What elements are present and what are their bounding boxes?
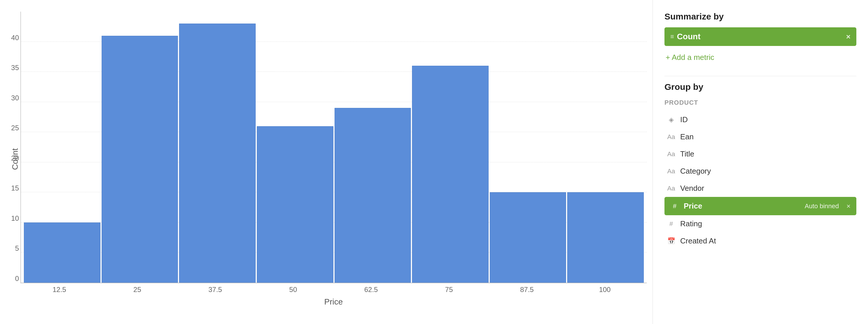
field-icon-id: ◈ bbox=[667, 116, 676, 123]
count-label: Count bbox=[677, 32, 701, 41]
x-label-12.5: 12.5 bbox=[20, 286, 98, 294]
auto-binned-badge: Auto binned bbox=[805, 203, 839, 210]
field-name-id: ID bbox=[680, 115, 854, 124]
field-row-id[interactable]: ◈ID bbox=[664, 111, 856, 128]
field-name-category: Category bbox=[680, 167, 854, 176]
price-field-close-button[interactable]: × bbox=[846, 202, 850, 210]
sidebar: Summarize by ≡ Count × + Add a metric Gr… bbox=[653, 0, 868, 324]
x-label-75: 75 bbox=[410, 286, 488, 294]
y-tick-25: 25 bbox=[5, 124, 19, 132]
bars-wrapper bbox=[21, 12, 647, 283]
grid-and-bars: 0510152025303540 bbox=[20, 12, 647, 283]
chart-inner: 0510152025303540 bbox=[20, 12, 647, 283]
chip-left: ≡ Count bbox=[670, 32, 701, 41]
field-name-rating: Rating bbox=[680, 219, 854, 228]
field-icon-vendor: Aa bbox=[667, 185, 676, 192]
field-icon-ean: Aa bbox=[667, 133, 676, 141]
field-row-category[interactable]: AaCategory bbox=[664, 163, 856, 180]
field-row-price[interactable]: #PriceAuto binned× bbox=[664, 197, 856, 215]
field-icon-rating: # bbox=[667, 220, 676, 228]
field-name-created_at: Created At bbox=[680, 237, 854, 246]
y-tick-20: 20 bbox=[5, 154, 19, 162]
bar-87.5 bbox=[490, 192, 566, 283]
field-name-ean: Ean bbox=[680, 132, 854, 141]
bar-75 bbox=[412, 66, 489, 283]
field-name-vendor: Vendor bbox=[680, 184, 854, 193]
group-by-title: Group by bbox=[664, 82, 856, 92]
bar-12.5 bbox=[24, 222, 100, 283]
field-icon-category: Aa bbox=[667, 168, 676, 175]
field-row-rating[interactable]: #Rating bbox=[664, 215, 856, 232]
summarize-by-title: Summarize by bbox=[664, 12, 856, 22]
count-icon: ≡ bbox=[670, 33, 674, 40]
x-axis-labels: 12.52537.55062.57587.5100 bbox=[20, 283, 647, 294]
x-label-62.5: 62.5 bbox=[332, 286, 410, 294]
x-axis-label: Price bbox=[20, 297, 647, 307]
bar-25 bbox=[102, 36, 178, 283]
x-label-37.5: 37.5 bbox=[176, 286, 254, 294]
chart-area: Count 0510152025303540 12.52537.55062.57… bbox=[0, 0, 653, 324]
y-tick-5: 5 bbox=[5, 244, 19, 252]
count-chip[interactable]: ≡ Count × bbox=[664, 27, 856, 46]
field-icon-title: Aa bbox=[667, 150, 676, 158]
x-label-50: 50 bbox=[254, 286, 332, 294]
group-by-section: Group by PRODUCT ◈IDAaEanAaTitleAaCatego… bbox=[664, 82, 856, 250]
field-icon-created_at: 📅 bbox=[667, 237, 676, 245]
field-name-price: Price bbox=[684, 202, 800, 211]
x-label-25: 25 bbox=[98, 286, 177, 294]
count-close-button[interactable]: × bbox=[846, 32, 850, 41]
bar-50 bbox=[257, 126, 333, 283]
field-row-ean[interactable]: AaEan bbox=[664, 128, 856, 145]
y-tick-30: 30 bbox=[5, 94, 19, 102]
field-name-title: Title bbox=[680, 149, 854, 158]
y-tick-35: 35 bbox=[5, 64, 19, 72]
bar-37.5 bbox=[179, 24, 256, 283]
field-icon-price: # bbox=[670, 203, 679, 210]
field-row-vendor[interactable]: AaVendor bbox=[664, 180, 856, 197]
x-label-87.5: 87.5 bbox=[488, 286, 566, 294]
y-tick-15: 15 bbox=[5, 184, 19, 192]
product-category-label: PRODUCT bbox=[664, 99, 856, 106]
field-row-created_at[interactable]: 📅Created At bbox=[664, 232, 856, 250]
y-tick-40: 40 bbox=[5, 34, 19, 42]
y-tick-10: 10 bbox=[5, 214, 19, 222]
y-tick-0: 0 bbox=[5, 275, 19, 283]
bar-62.5 bbox=[335, 108, 411, 283]
x-label-100: 100 bbox=[566, 286, 644, 294]
bar-100 bbox=[567, 192, 644, 283]
fields-list: ◈IDAaEanAaTitleAaCategoryAaVendor#PriceA… bbox=[664, 111, 856, 250]
add-metric-button[interactable]: + Add a metric bbox=[664, 50, 856, 64]
chart-container: Count 0510152025303540 12.52537.55062.57… bbox=[20, 12, 647, 307]
field-row-title[interactable]: AaTitle bbox=[664, 145, 856, 163]
